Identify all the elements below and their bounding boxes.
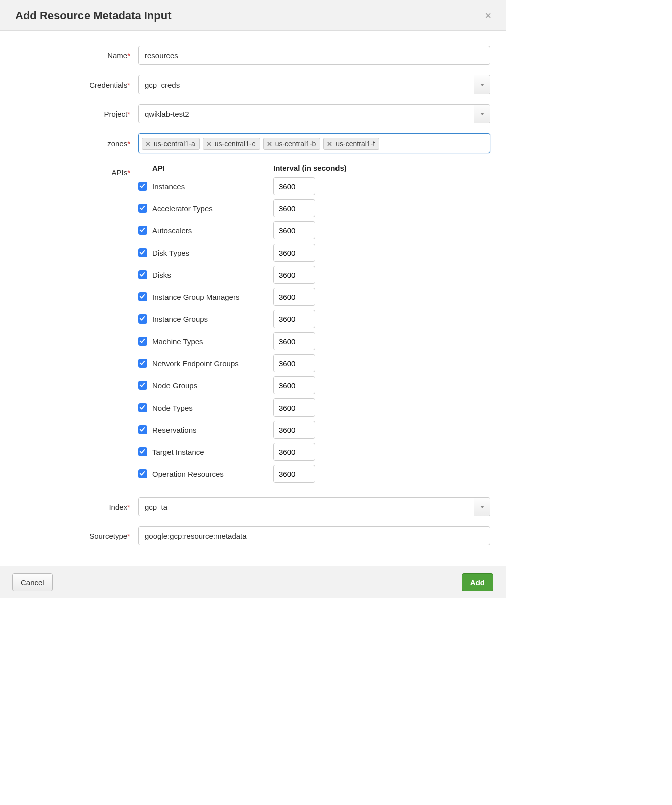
api-checkbox[interactable] xyxy=(138,204,147,213)
label-index: Index* xyxy=(15,503,138,511)
api-name: Disks xyxy=(152,271,273,279)
interval-input[interactable] xyxy=(273,398,315,417)
zone-tag-label: us-central1-c xyxy=(215,140,256,148)
label-name: Name* xyxy=(15,51,138,60)
api-checkbox[interactable] xyxy=(138,248,147,257)
api-checkbox[interactable] xyxy=(138,182,147,191)
api-row: Disks xyxy=(138,266,490,284)
zone-tag: ✕us-central1-b xyxy=(263,138,321,150)
zone-tag: ✕us-central1-a xyxy=(142,138,200,150)
zone-tag: ✕us-central1-f xyxy=(323,138,379,150)
api-name: Node Types xyxy=(152,404,273,412)
field-name: Name* xyxy=(15,46,490,65)
api-row: Accelerator Types xyxy=(138,199,490,217)
close-icon[interactable]: × xyxy=(483,9,493,22)
sourcetype-input[interactable] xyxy=(138,526,490,545)
interval-input[interactable] xyxy=(273,310,315,328)
field-credentials: Credentials* gcp_creds xyxy=(15,75,490,94)
interval-input[interactable] xyxy=(273,354,315,372)
dialog-header: Add Resource Metadata Input × xyxy=(0,0,506,31)
api-header-interval: Interval (in seconds) xyxy=(273,164,347,172)
api-checkbox[interactable] xyxy=(138,314,147,324)
api-checkbox[interactable] xyxy=(138,469,147,478)
interval-input[interactable] xyxy=(273,221,315,239)
project-value: qwiklab-test2 xyxy=(145,110,189,118)
dialog-footer: Cancel Add xyxy=(0,566,506,598)
api-name: Instances xyxy=(152,182,273,191)
api-checkbox[interactable] xyxy=(138,447,147,456)
api-checkbox[interactable] xyxy=(138,403,147,412)
api-name: Instance Groups xyxy=(152,315,273,324)
name-input[interactable] xyxy=(138,46,490,65)
field-zones: zones* ✕us-central1-a✕us-central1-c✕us-c… xyxy=(15,133,490,153)
interval-input[interactable] xyxy=(273,288,315,306)
api-checkbox[interactable] xyxy=(138,381,147,390)
interval-input[interactable] xyxy=(273,465,315,483)
label-apis: APIs* xyxy=(15,164,138,177)
api-checkbox[interactable] xyxy=(138,359,147,368)
interval-input[interactable] xyxy=(273,421,315,439)
api-row: Network Endpoint Groups xyxy=(138,354,490,372)
remove-tag-icon[interactable]: ✕ xyxy=(145,140,151,148)
chevron-down-icon[interactable] xyxy=(474,75,490,94)
field-apis: APIs* API Interval (in seconds) Instance… xyxy=(15,164,490,487)
remove-tag-icon[interactable]: ✕ xyxy=(327,140,332,148)
index-select[interactable]: gcp_ta xyxy=(138,497,490,516)
field-project: Project* qwiklab-test2 xyxy=(15,104,490,123)
api-checkbox[interactable] xyxy=(138,226,147,235)
api-row: Node Groups xyxy=(138,376,490,394)
interval-input[interactable] xyxy=(273,177,315,195)
api-checkbox[interactable] xyxy=(138,337,147,346)
remove-tag-icon[interactable]: ✕ xyxy=(267,140,272,148)
api-table: API Interval (in seconds) InstancesAccel… xyxy=(138,164,490,483)
api-row: Operation Resources xyxy=(138,465,490,483)
api-row: Instance Groups xyxy=(138,310,490,328)
interval-input[interactable] xyxy=(273,266,315,284)
add-resource-metadata-dialog: Add Resource Metadata Input × Name* Cred… xyxy=(0,0,506,598)
label-zones: zones* xyxy=(15,139,138,148)
field-sourcetype: Sourcetype* xyxy=(15,526,490,545)
api-row: Target Instance xyxy=(138,443,490,461)
interval-input[interactable] xyxy=(273,199,315,217)
api-checkbox[interactable] xyxy=(138,292,147,301)
api-name: Machine Types xyxy=(152,337,273,346)
api-row: Disk Types xyxy=(138,244,490,262)
api-name: Instance Group Managers xyxy=(152,293,273,301)
form-body: Name* Credentials* gcp_creds Project* qw… xyxy=(0,31,506,566)
api-checkbox[interactable] xyxy=(138,425,147,434)
api-name: Accelerator Types xyxy=(152,204,273,213)
index-value: gcp_ta xyxy=(145,503,167,511)
label-credentials: Credentials* xyxy=(15,80,138,89)
api-name: Network Endpoint Groups xyxy=(152,359,273,368)
api-checkbox[interactable] xyxy=(138,270,147,279)
label-project: Project* xyxy=(15,110,138,118)
cancel-button[interactable]: Cancel xyxy=(12,573,53,591)
interval-input[interactable] xyxy=(273,443,315,461)
api-row: Instance Group Managers xyxy=(138,288,490,306)
api-row: Reservations xyxy=(138,421,490,439)
zone-tag-label: us-central1-b xyxy=(275,140,316,148)
zones-input[interactable]: ✕us-central1-a✕us-central1-c✕us-central1… xyxy=(138,133,490,153)
api-row: Instances xyxy=(138,177,490,195)
chevron-down-icon[interactable] xyxy=(474,105,490,123)
api-name: Operation Resources xyxy=(152,470,273,478)
add-button[interactable]: Add xyxy=(462,573,493,591)
api-header-api: API xyxy=(138,164,273,172)
zone-tag-label: us-central1-a xyxy=(154,140,195,148)
label-sourcetype: Sourcetype* xyxy=(15,532,138,540)
project-select[interactable]: qwiklab-test2 xyxy=(138,104,490,123)
remove-tag-icon[interactable]: ✕ xyxy=(206,140,212,148)
field-index: Index* gcp_ta xyxy=(15,497,490,516)
zone-tag: ✕us-central1-c xyxy=(203,138,260,150)
interval-input[interactable] xyxy=(273,332,315,350)
zone-tag-label: us-central1-f xyxy=(335,140,375,148)
interval-input[interactable] xyxy=(273,376,315,394)
dialog-title: Add Resource Metadata Input xyxy=(15,9,171,22)
api-row: Autoscalers xyxy=(138,221,490,239)
api-name: Target Instance xyxy=(152,448,273,456)
api-name: Reservations xyxy=(152,426,273,434)
credentials-select[interactable]: gcp_creds xyxy=(138,75,490,94)
chevron-down-icon[interactable] xyxy=(474,498,490,516)
api-name: Autoscalers xyxy=(152,226,273,235)
interval-input[interactable] xyxy=(273,244,315,262)
